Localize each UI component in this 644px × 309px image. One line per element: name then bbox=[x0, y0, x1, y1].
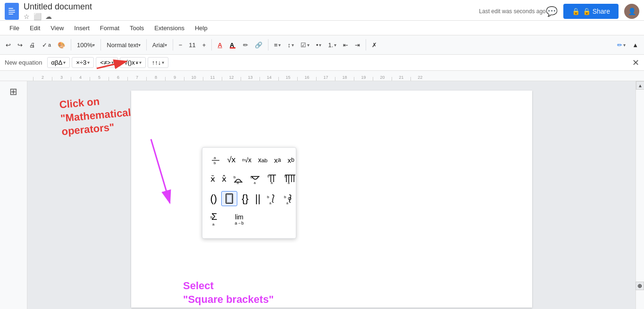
bold-button[interactable]: A bbox=[215, 40, 225, 50]
sqrt-symbol[interactable]: √x bbox=[225, 154, 238, 166]
align-button[interactable]: ≡ ▾ bbox=[271, 40, 284, 50]
sep3 bbox=[146, 39, 147, 50]
highlight-button[interactable]: ✏ bbox=[240, 40, 251, 50]
avatar[interactable]: 👤 bbox=[624, 4, 639, 19]
click-annotation: Click on"Mathematicaloperators" bbox=[59, 92, 133, 139]
style-select[interactable]: Normal text ▾ bbox=[104, 40, 143, 50]
eq-row-2: x̄ x̂ b a b bbox=[208, 172, 290, 185]
parens-symbol[interactable]: () bbox=[208, 191, 220, 206]
checklist-button[interactable]: ☑ ▾ bbox=[298, 40, 312, 50]
hat-symbol[interactable]: x̂ bbox=[219, 173, 229, 185]
svg-text:a: a bbox=[269, 201, 271, 204]
document-area[interactable]: a b √x n√x xab xa xb x̄ x̂ bbox=[27, 81, 636, 309]
formatting-toolbar: ↩ ↪ 🖨 ✓a 🎨 100% ▾ Normal text ▾ Arial ▾ … bbox=[0, 35, 644, 55]
menu-extensions[interactable]: Extensions bbox=[150, 23, 189, 33]
clear-format-button[interactable]: ✗ bbox=[369, 40, 380, 50]
ruler-mark: 8 bbox=[146, 77, 165, 81]
svg-text:Σ: Σ bbox=[211, 213, 217, 222]
product-symbol[interactable]: b a bbox=[265, 172, 280, 185]
scroll-up-button[interactable]: ▲ bbox=[636, 81, 644, 90]
ruler-mark: 4 bbox=[71, 77, 90, 81]
svg-text:a: a bbox=[214, 156, 216, 160]
font-select[interactable]: Arial ▾ bbox=[150, 40, 170, 50]
sep5 bbox=[211, 39, 212, 50]
menu-format[interactable]: Format bbox=[95, 23, 124, 33]
menu-help[interactable]: Help bbox=[190, 23, 212, 33]
new-equation-label: New equation bbox=[5, 59, 42, 66]
undo-button[interactable]: ↩ bbox=[3, 40, 14, 50]
svg-text:b: b bbox=[284, 195, 286, 199]
svg-text:a: a bbox=[286, 201, 288, 204]
math-operations-btn[interactable]: ×÷3 ▾ bbox=[72, 57, 94, 68]
comment-icon[interactable]: 💬 bbox=[546, 6, 558, 17]
intersection-symbol[interactable]: b a bbox=[231, 172, 246, 185]
line-spacing-button[interactable]: ↕ ▾ bbox=[284, 40, 297, 50]
union-symbol[interactable]: b a bbox=[248, 172, 263, 185]
contour-integral-symbol[interactable]: b a bbox=[282, 192, 297, 206]
sup-sub-symbol[interactable]: xab bbox=[256, 155, 270, 165]
menu-file[interactable]: File bbox=[5, 23, 24, 33]
increase-indent-button[interactable]: ⇥ bbox=[352, 40, 363, 50]
nth-root-symbol[interactable]: n√x bbox=[240, 155, 254, 165]
subscript-symbol[interactable]: xa bbox=[272, 155, 283, 166]
greek-letters-btn[interactable]: αβΔ ▾ bbox=[47, 57, 70, 68]
sep6 bbox=[268, 39, 268, 50]
equation-popup[interactable]: a b √x n√x xab xa xb x̄ x̂ bbox=[202, 147, 296, 239]
font-decrease-button[interactable]: − bbox=[176, 40, 185, 50]
zoom-select[interactable]: 100% ▾ bbox=[74, 40, 98, 50]
double-product-symbol[interactable]: b a bbox=[282, 172, 299, 185]
math-operators-btn[interactable]: √()x¥ ▾ bbox=[120, 57, 145, 68]
redo-button[interactable]: ↪ bbox=[15, 40, 25, 50]
integral-symbol[interactable]: b a bbox=[265, 192, 280, 206]
folder-icon[interactable]: ⬜ bbox=[33, 13, 42, 20]
font-size-input[interactable]: 11 bbox=[186, 40, 198, 50]
ruler-mark: 3 bbox=[52, 77, 71, 81]
arrows-btn[interactable]: ↑↑↓ ▾ bbox=[148, 57, 169, 68]
menu-view[interactable]: View bbox=[46, 23, 68, 33]
page-icon[interactable]: ⊞ bbox=[9, 86, 17, 97]
close-equation-bar-button[interactable]: ✕ bbox=[632, 58, 639, 68]
text-color-button[interactable]: A bbox=[226, 39, 239, 50]
eq-row-1: a b √x n√x xab xa xb bbox=[208, 153, 290, 167]
font-increase-button[interactable]: + bbox=[200, 40, 209, 50]
square-brackets-symbol[interactable] bbox=[221, 191, 237, 206]
ruler-mark: 20 bbox=[373, 77, 392, 81]
svg-rect-2 bbox=[8, 10, 15, 11]
insert-link-button[interactable]: 🔗 bbox=[252, 40, 265, 50]
spellcheck-button[interactable]: ✓a bbox=[39, 40, 54, 50]
ruler-mark: 19 bbox=[354, 77, 373, 81]
share-button[interactable]: 🔒 🔒 Share bbox=[563, 4, 619, 19]
sum-symbol[interactable]: b Σ a bbox=[208, 212, 225, 227]
numbered-list-button[interactable]: 1. ▾ bbox=[325, 40, 339, 50]
sep7 bbox=[366, 39, 366, 50]
document-page[interactable]: a b √x n√x xab xa xb x̄ x̂ bbox=[131, 91, 532, 308]
star-icon[interactable]: ☆ bbox=[24, 13, 30, 20]
title-section: Untitled document ☆ ⬜ ☁ bbox=[24, 2, 469, 20]
overline-symbol[interactable]: x̄ bbox=[208, 173, 217, 185]
ruler: 2 3 4 5 6 7 8 9 10 11 12 13 14 15 16 17 … bbox=[0, 71, 644, 81]
doc-title[interactable]: Untitled document bbox=[24, 2, 469, 12]
print-button[interactable]: 🖨 bbox=[26, 40, 38, 50]
collapse-toolbar-button[interactable]: ▲ bbox=[629, 40, 641, 50]
decrease-indent-button[interactable]: ⇤ bbox=[340, 40, 351, 50]
bulleted-list-button[interactable]: • ▾ bbox=[313, 40, 325, 50]
menu-insert[interactable]: Insert bbox=[69, 23, 94, 33]
edit-pen-button[interactable]: ✏ ▾ bbox=[614, 40, 628, 50]
svg-text:a: a bbox=[288, 181, 290, 184]
absolute-value-symbol[interactable]: || bbox=[253, 191, 263, 206]
curly-brackets-symbol[interactable]: {} bbox=[239, 191, 251, 206]
paint-format-button[interactable]: 🎨 bbox=[55, 40, 68, 50]
svg-text:b: b bbox=[234, 175, 236, 179]
relations-btn[interactable]: <≠> ▾ bbox=[96, 57, 118, 68]
ruler-mark: 21 bbox=[392, 77, 410, 81]
menu-edit[interactable]: Edit bbox=[25, 23, 45, 33]
fraction-symbol[interactable]: a b bbox=[208, 153, 223, 167]
ruler-mark: 6 bbox=[109, 77, 127, 81]
superscript-symbol[interactable]: xb bbox=[285, 155, 296, 166]
menu-tools[interactable]: Tools bbox=[125, 23, 149, 33]
scroll-to-bottom-button[interactable]: ⊕ bbox=[636, 282, 644, 290]
cloud-icon[interactable]: ☁ bbox=[45, 13, 52, 20]
doc-icon bbox=[5, 3, 19, 20]
limit-symbol[interactable]: lim a→b bbox=[233, 212, 246, 227]
ruler-mark: 12 bbox=[222, 77, 241, 81]
